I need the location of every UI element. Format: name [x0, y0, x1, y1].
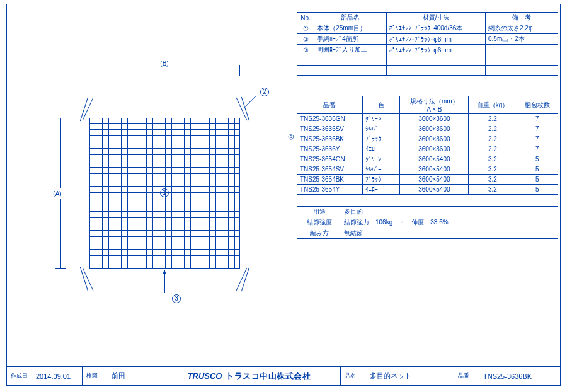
table-row: [297, 55, 558, 66]
table-row: TNS25-3654Yｲｴﾛｰ3600×54003.25: [297, 185, 558, 195]
date-value: 2014.09.01: [32, 372, 71, 380]
parts-table-header: 備 考: [485, 13, 558, 23]
spec-table-header: 梱包枚数: [517, 96, 558, 114]
table-row: ②手綱ﾛｰﾌﾟ4箇所ﾎﾟﾘｴﾁﾚﾝ･ﾌﾞﾗｯｸ･φ6mm0.5m出・2本: [297, 34, 558, 45]
table-row: ③周囲ﾛｰﾌﾟ入り加工ﾎﾟﾘｴﾁﾚﾝ･ﾌﾞﾗｯｸ･φ6mm: [297, 45, 558, 55]
check-label: 検図: [86, 372, 108, 380]
table-row: TNS25-3636BKﾌﾞﾗｯｸ3600×36002.27: [297, 134, 558, 144]
table-row: TNS25-3654SVｼﾙﾊﾞｰ3600×54003.25: [297, 164, 558, 175]
table-row: 結節強度結節強力 106kg ・ 伸度 33.6%: [297, 217, 558, 228]
parts-table-header: 部品名: [314, 13, 387, 23]
selection-mark-icon: ◎: [288, 132, 294, 141]
callout-1: 1: [160, 188, 169, 197]
table-row: TNS25-3654GNｸﾞﾘｰﾝ3600×54003.25: [297, 154, 558, 164]
info-table: 用途多目的結節強度結節強力 106kg ・ 伸度 33.6%編み方無結節: [297, 206, 558, 239]
dimension-b: (B): [89, 61, 240, 80]
part-number-label: 品番: [458, 372, 479, 380]
callout-2: 2: [260, 88, 269, 96]
parts-table-header: 材質/寸法: [387, 13, 486, 23]
dimension-b-label: (B): [155, 60, 174, 67]
table-row: TNS25-3636GNｸﾞﾘｰﾝ3600×36002.27: [297, 114, 558, 124]
spec-table-header: 自重（kg）: [469, 96, 517, 114]
product-name-label: 品名: [345, 372, 366, 380]
table-row: 用途多目的: [297, 207, 558, 217]
spec-table-header: 色: [362, 96, 400, 114]
brand-logo: TRUSCO: [188, 371, 222, 381]
callout-3: 3: [172, 294, 181, 303]
spec-table: 品番色規格寸法（mm）A × B自重（kg）梱包枚数 TNS25-3636GNｸ…: [297, 96, 558, 195]
date-label: 作成日: [11, 372, 32, 380]
table-row: [297, 66, 558, 76]
table-row: ①本体（25mm目）ﾎﾟﾘｴﾁﾚﾝ･ﾌﾞﾗｯｸ･400d/36本網糸の太さ2.2…: [297, 23, 558, 34]
dimension-a: (A): [51, 118, 70, 269]
table-row: 編み方無結節: [297, 228, 558, 239]
parts-table-header: No.: [297, 13, 314, 23]
company-name: トラスコ中山株式会社: [226, 371, 311, 382]
check-value: 前田: [108, 371, 125, 381]
parts-table: No.部品名材質/寸法備 考 ①本体（25mm目）ﾎﾟﾘｴﾁﾚﾝ･ﾌﾞﾗｯｸ･4…: [297, 12, 558, 76]
spec-table-header: 品番: [297, 96, 363, 114]
table-row: TNS25-3636Yｲｴﾛｰ3600×36002.27: [297, 144, 558, 154]
dimension-a-label: (A): [48, 188, 67, 199]
drawing-area: (B) (A) 1 2 3: [38, 42, 265, 294]
table-row: TNS25-3654BKﾌﾞﾗｯｸ3600×54003.25: [297, 175, 558, 185]
spec-table-header: 規格寸法（mm）A × B: [400, 96, 469, 114]
table-row: TNS25-3636SVｼﾙﾊﾞｰ3600×36002.27: [297, 124, 558, 134]
drawing-frame: (B) (A) 1 2 3 No.部品名材質/寸法備 考 ①本体（25mm目）ﾎ…: [6, 4, 561, 386]
part-number-value: TNS25-3636BK: [479, 372, 532, 380]
title-block: 作成日 2014.09.01 検図 前田 TRUSCO トラスコ中山株式会社 品…: [7, 366, 560, 385]
product-name-value: 多目的ネット: [366, 371, 411, 381]
